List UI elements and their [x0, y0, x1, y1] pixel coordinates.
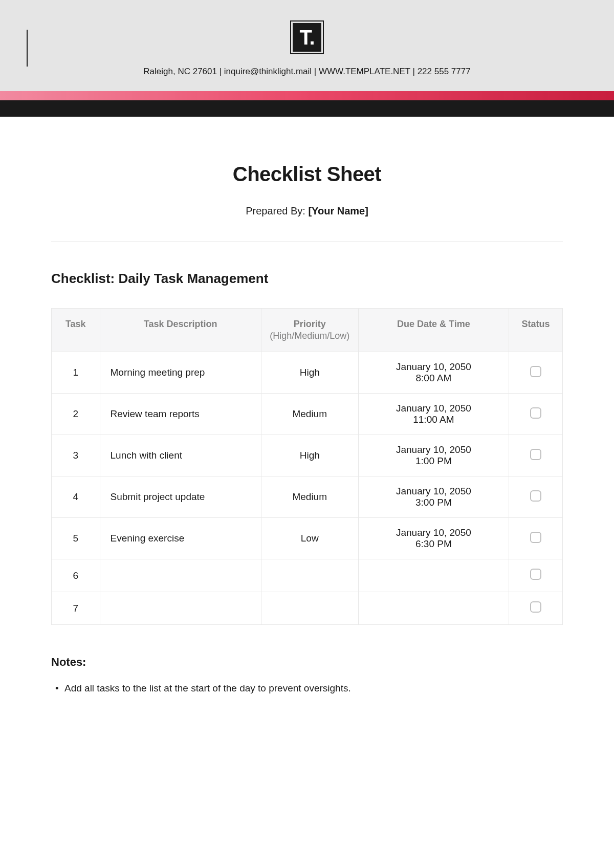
cell-task-num: 7	[52, 592, 100, 625]
cell-priority: Medium	[261, 394, 358, 435]
contact-line: Raleigh, NC 27601 | inquire@thinklight.m…	[0, 67, 614, 77]
notes-heading: Notes:	[51, 656, 563, 669]
table-row: 1 Morning meeting prep High January 10, …	[52, 352, 563, 394]
cell-due: January 10, 20503:00 PM	[358, 476, 509, 518]
cell-priority	[261, 592, 358, 625]
note-item: Add all tasks to the list at the start o…	[55, 681, 563, 696]
cell-task-num: 2	[52, 394, 100, 435]
due-date: January 10, 2050	[396, 444, 471, 455]
content: Checklist Sheet Prepared By: [Your Name]…	[0, 117, 614, 727]
due-time: 6:30 PM	[415, 538, 452, 549]
cell-status	[509, 352, 562, 394]
table-header-row: Task Task Description Priority (High/Med…	[52, 309, 563, 352]
table-row: 4 Submit project update Medium January 1…	[52, 476, 563, 518]
prepared-by: Prepared By: [Your Name]	[51, 205, 563, 217]
table-row: 2 Review team reports Medium January 10,…	[52, 394, 563, 435]
cell-status	[509, 592, 562, 625]
section-title: Checklist: Daily Task Management	[51, 271, 563, 287]
cell-description	[100, 559, 261, 592]
due-time: 1:00 PM	[415, 455, 452, 466]
cell-priority: High	[261, 435, 358, 476]
cell-due: January 10, 20508:00 AM	[358, 352, 509, 394]
checkbox-icon[interactable]	[530, 366, 541, 377]
page-title: Checklist Sheet	[51, 163, 563, 186]
cell-due	[358, 559, 509, 592]
accent-strip-black	[0, 100, 614, 117]
cell-status	[509, 559, 562, 592]
logo-wrap: T.	[0, 20, 614, 54]
due-date: January 10, 2050	[396, 403, 471, 414]
cell-priority: Medium	[261, 476, 358, 518]
cell-status	[509, 435, 562, 476]
cell-status	[509, 394, 562, 435]
table-row: 3 Lunch with client High January 10, 205…	[52, 435, 563, 476]
cell-description: Submit project update	[100, 476, 261, 518]
col-header-description: Task Description	[100, 309, 261, 352]
cell-priority: Low	[261, 518, 358, 559]
cell-task-num: 6	[52, 559, 100, 592]
col-header-task: Task	[52, 309, 100, 352]
priority-sublabel: (High/Medium/Low)	[268, 331, 352, 341]
cell-due: January 10, 20501:00 PM	[358, 435, 509, 476]
cell-due	[358, 592, 509, 625]
col-header-status: Status	[509, 309, 562, 352]
table-row: 5 Evening exercise Low January 10, 20506…	[52, 518, 563, 559]
cell-task-num: 5	[52, 518, 100, 559]
due-time: 3:00 PM	[415, 497, 452, 508]
checkbox-icon[interactable]	[530, 569, 541, 580]
notes-list: Add all tasks to the list at the start o…	[51, 681, 563, 696]
table-row: 6	[52, 559, 563, 592]
checkbox-icon[interactable]	[530, 601, 541, 613]
divider	[51, 242, 563, 242]
due-time: 8:00 AM	[416, 373, 452, 383]
prepared-by-value: [Your Name]	[308, 205, 368, 216]
logo: T.	[290, 20, 324, 54]
priority-label: Priority	[294, 319, 326, 329]
due-date: January 10, 2050	[396, 527, 471, 538]
header: T. Raleigh, NC 27601 | inquire@thinkligh…	[0, 0, 614, 117]
checkbox-icon[interactable]	[530, 449, 541, 460]
cell-description: Morning meeting prep	[100, 352, 261, 394]
cell-priority	[261, 559, 358, 592]
cell-due: January 10, 205011:00 AM	[358, 394, 509, 435]
cell-due: January 10, 20506:30 PM	[358, 518, 509, 559]
logo-text: T.	[293, 23, 321, 52]
prepared-by-label: Prepared By:	[246, 205, 308, 216]
accent-strip-pink	[0, 91, 614, 100]
col-header-due: Due Date & Time	[358, 309, 509, 352]
cell-task-num: 1	[52, 352, 100, 394]
checkbox-icon[interactable]	[530, 490, 541, 502]
cell-priority: High	[261, 352, 358, 394]
cell-status	[509, 476, 562, 518]
cell-task-num: 4	[52, 476, 100, 518]
checklist-table: Task Task Description Priority (High/Med…	[51, 308, 563, 625]
cell-status	[509, 518, 562, 559]
notes-section: Notes: Add all tasks to the list at the …	[51, 656, 563, 696]
decorative-side-bar	[27, 30, 28, 67]
cell-description: Evening exercise	[100, 518, 261, 559]
due-date: January 10, 2050	[396, 361, 471, 372]
cell-description: Lunch with client	[100, 435, 261, 476]
due-time: 11:00 AM	[413, 414, 454, 425]
cell-description: Review team reports	[100, 394, 261, 435]
cell-description	[100, 592, 261, 625]
cell-task-num: 3	[52, 435, 100, 476]
checkbox-icon[interactable]	[530, 407, 541, 419]
due-date: January 10, 2050	[396, 486, 471, 496]
col-header-priority: Priority (High/Medium/Low)	[261, 309, 358, 352]
checkbox-icon[interactable]	[530, 532, 541, 543]
table-row: 7	[52, 592, 563, 625]
